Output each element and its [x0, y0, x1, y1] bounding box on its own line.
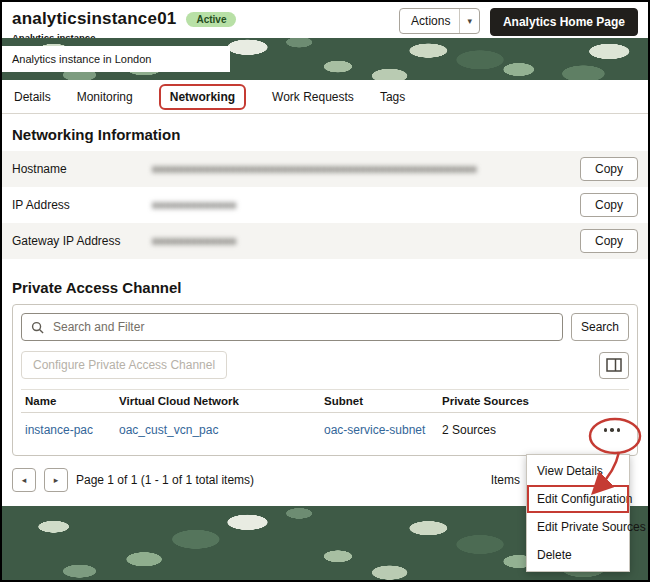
dot-icon — [604, 428, 608, 432]
columns-icon — [606, 358, 622, 372]
networking-info-rows: Hostname xxxxxxxxxxxxxxxxxxxxxxxxxxxxxxx… — [2, 151, 648, 259]
column-header-subnet: Subnet — [324, 395, 442, 407]
hostname-label: Hostname — [12, 162, 152, 176]
actions-button-label: Actions — [411, 15, 450, 27]
chevron-right-icon: ▸ — [54, 476, 59, 485]
pagination-text: Page 1 of 1 (1 - 1 of 1 total items) — [76, 473, 254, 487]
decorative-banner: Analytics instance in London — [2, 38, 648, 80]
tab-networking[interactable]: Networking — [159, 84, 246, 110]
private-access-channel-heading: Private Access Channel — [12, 279, 638, 296]
oci-console-window: analyticsinstance01 Active Analytics ins… — [0, 0, 650, 582]
page-header: analyticsinstance01 Active Analytics ins… — [2, 2, 648, 38]
gateway-ip-row: Gateway IP Address xxxxxxxxxxxxx Copy — [2, 223, 648, 259]
hostname-row: Hostname xxxxxxxxxxxxxxxxxxxxxxxxxxxxxxx… — [2, 151, 648, 187]
next-page-button[interactable]: ▸ — [44, 468, 68, 492]
search-input[interactable] — [51, 319, 553, 335]
analytics-home-page-button[interactable]: Analytics Home Page — [490, 8, 638, 36]
copy-ip-address-button[interactable]: Copy — [580, 193, 638, 217]
main-content: Networking Information Hostname xxxxxxxx… — [2, 126, 648, 492]
menu-item-edit-configuration[interactable]: Edit Configuration — [527, 485, 629, 513]
copy-hostname-button[interactable]: Copy — [580, 157, 638, 181]
chevron-down-icon: ▾ — [459, 9, 479, 33]
subnet-link[interactable]: oac-service-subnet — [324, 423, 442, 437]
previous-page-button[interactable]: ◂ — [12, 468, 36, 492]
status-badge: Active — [186, 12, 236, 27]
copy-gateway-ip-button[interactable]: Copy — [580, 229, 638, 253]
page-title: analyticsinstance01 — [12, 9, 176, 29]
dot-icon — [610, 428, 614, 432]
header-buttons: Actions ▾ Analytics Home Page — [399, 8, 638, 36]
tab-tags[interactable]: Tags — [380, 90, 405, 104]
private-sources-count: 2 Sources — [442, 423, 595, 437]
menu-item-edit-private-sources[interactable]: Edit Private Sources — [527, 513, 629, 541]
items-per-page-label: Items — [491, 473, 520, 487]
tab-bar: Details Monitoring Networking Work Reque… — [2, 80, 648, 114]
pac-table-header: Name Virtual Cloud Network Subnet Privat… — [21, 389, 629, 413]
menu-item-view-details[interactable]: View Details — [527, 457, 629, 485]
row-actions-menu-button[interactable] — [599, 421, 626, 439]
ip-address-value-redacted: xxxxxxxxxxxxx — [152, 198, 237, 212]
hostname-value-redacted: xxxxxxxxxxxxxxxxxxxxxxxxxxxxxxxxxxxxxxxx… — [152, 162, 477, 176]
menu-item-delete[interactable]: Delete — [527, 541, 629, 569]
row-actions-cell — [595, 421, 629, 439]
ip-address-label: IP Address — [12, 198, 152, 212]
column-header-vcn: Virtual Cloud Network — [119, 395, 324, 407]
actions-button[interactable]: Actions ▾ — [399, 8, 480, 34]
networking-information-heading: Networking Information — [12, 126, 638, 143]
manage-columns-button[interactable] — [599, 352, 629, 379]
vcn-link[interactable]: oac_cust_vcn_pac — [119, 423, 324, 437]
tab-monitoring[interactable]: Monitoring — [77, 90, 133, 104]
table-toolbar: Configure Private Access Channel — [21, 351, 629, 379]
row-actions-context-menu: View Details Edit Configuration Edit Pri… — [526, 454, 630, 572]
table-row: instance-pac oac_cust_vcn_pac oac-servic… — [21, 413, 629, 447]
pac-table: Name Virtual Cloud Network Subnet Privat… — [21, 389, 629, 447]
column-header-name: Name — [21, 395, 119, 407]
configure-private-access-channel-button[interactable]: Configure Private Access Channel — [21, 351, 227, 379]
ip-address-row: IP Address xxxxxxxxxxxxx Copy — [2, 187, 648, 223]
dot-icon — [617, 428, 621, 432]
instance-description: Analytics instance in London — [2, 46, 230, 72]
tab-details[interactable]: Details — [14, 90, 51, 104]
search-row: Search — [21, 313, 629, 341]
chevron-left-icon: ◂ — [22, 476, 27, 485]
gateway-ip-value-redacted: xxxxxxxxxxxxx — [152, 234, 237, 248]
column-header-private-sources: Private Sources — [442, 395, 595, 407]
search-icon — [31, 321, 44, 334]
private-access-channel-panel: Search Configure Private Access Channel … — [12, 304, 638, 456]
gateway-ip-label: Gateway IP Address — [12, 234, 152, 248]
pac-name-link[interactable]: instance-pac — [21, 423, 119, 437]
search-button[interactable]: Search — [571, 313, 629, 341]
search-box[interactable] — [21, 313, 563, 341]
tab-work-requests[interactable]: Work Requests — [272, 90, 354, 104]
